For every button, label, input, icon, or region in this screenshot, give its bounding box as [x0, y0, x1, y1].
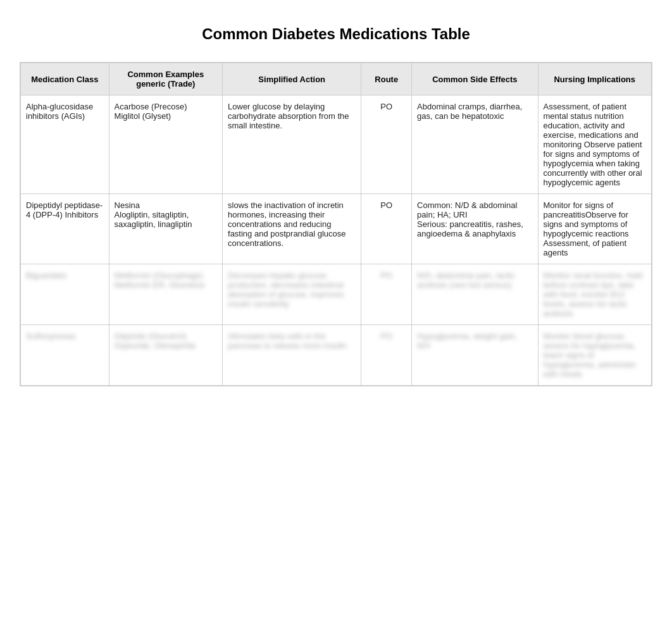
- table-row: Dipeptidyl peptidase-4 (DPP-4) Inhibitor…: [21, 194, 652, 264]
- table-row: SulfonylureasGlipizide (Glucotrol)Glybur…: [21, 325, 652, 386]
- cell-sideeffects: Hypoglycemia, weight gain, N/V: [412, 325, 538, 386]
- cell-nursing: Monitor renal function, hold before cont…: [538, 264, 652, 325]
- page-title: Common Diabetes Medications Table: [13, 25, 659, 43]
- cell-medclass: Dipeptidyl peptidase-4 (DPP-4) Inhibitor…: [21, 194, 109, 264]
- cell-examples: Acarbose (Precose)Miglitol (Glyset): [109, 95, 222, 194]
- cell-examples: Metformin (Glucophage)Metformin ER, Glum…: [109, 264, 222, 325]
- cell-action: Decreases hepatic glucose production, de…: [223, 264, 361, 325]
- cell-nursing: Monitor for signs of pancreatitisObserve…: [538, 194, 652, 264]
- cell-sideeffects: Abdominal cramps, diarrhea, gas, can be …: [412, 95, 538, 194]
- cell-route: PO: [361, 194, 412, 264]
- cell-nursing: Monitor blood glucose, assess for hypogl…: [538, 325, 652, 386]
- cell-sideeffects: Common: N/D & abdominal pain; HA; URISer…: [412, 194, 538, 264]
- medications-table-container: Medication Class Common Examples generic…: [20, 62, 652, 386]
- header-action: Simplified Action: [223, 63, 361, 95]
- cell-route: PO: [361, 325, 412, 386]
- cell-route: PO: [361, 264, 412, 325]
- cell-medclass: Biguanides: [21, 264, 109, 325]
- cell-medclass: Alpha-glucosidase inhibitors (AGIs): [21, 95, 109, 194]
- header-side-effects: Common Side Effects: [412, 63, 538, 95]
- table-body: Alpha-glucosidase inhibitors (AGIs)Acarb…: [21, 95, 652, 386]
- cell-action: Stimulates beta cells in the pancreas to…: [223, 325, 361, 386]
- medications-table: Medication Class Common Examples generic…: [20, 63, 652, 386]
- cell-medclass: Sulfonylureas: [21, 325, 109, 386]
- cell-action: Lower glucose by delaying carbohydrate a…: [223, 95, 361, 194]
- table-row: BiguanidesMetformin (Glucophage)Metformi…: [21, 264, 652, 325]
- table-row: Alpha-glucosidase inhibitors (AGIs)Acarb…: [21, 95, 652, 194]
- cell-examples: Glipizide (Glucotrol)Glyburide, Glimepir…: [109, 325, 222, 386]
- table-header-row: Medication Class Common Examples generic…: [21, 63, 652, 95]
- header-nursing: Nursing Implications: [538, 63, 652, 95]
- header-route: Route: [361, 63, 412, 95]
- cell-route: PO: [361, 95, 412, 194]
- header-med-class: Medication Class: [21, 63, 109, 95]
- cell-sideeffects: N/D, abdominal pain, lactic acidosis (ra…: [412, 264, 538, 325]
- cell-examples: NesinaAlogliptin, sitagliptin, saxaglipt…: [109, 194, 222, 264]
- header-examples: Common Examples generic (Trade): [109, 63, 222, 95]
- cell-nursing: Assessment, of patient mental status nut…: [538, 95, 652, 194]
- cell-action: slows the inactivation of incretin hormo…: [223, 194, 361, 264]
